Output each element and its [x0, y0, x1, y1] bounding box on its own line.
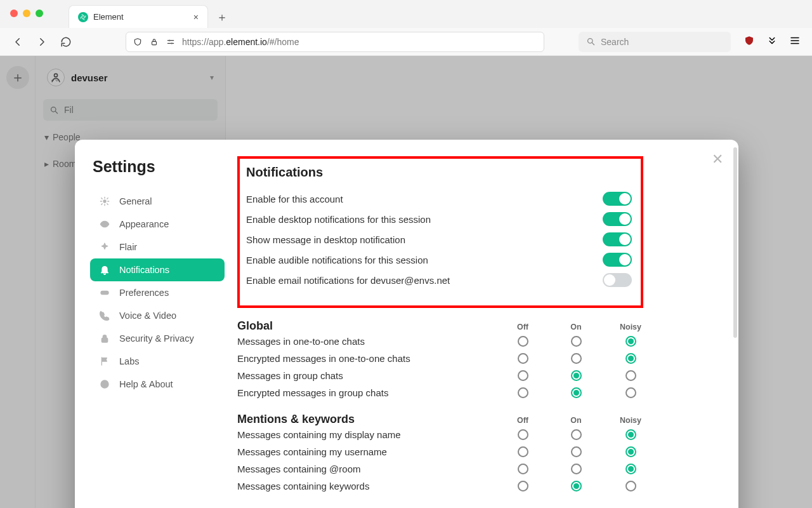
- rule-row: Messages containing my username: [237, 443, 643, 460]
- back-button[interactable]: [9, 33, 27, 51]
- radio-on[interactable]: [571, 481, 582, 491]
- nav-label: Notifications: [119, 265, 169, 275]
- settings-nav-voice-video[interactable]: Voice & Video: [90, 304, 225, 327]
- toggle-switch[interactable]: [603, 273, 632, 287]
- nav-label: Voice & Video: [119, 311, 176, 321]
- settings-nav-labs[interactable]: Labs: [90, 350, 225, 373]
- rule-row: Messages containing @room: [237, 460, 643, 478]
- notifications-top-section: Notifications Enable for this accountEna…: [237, 156, 643, 308]
- nav-label: Labs: [119, 356, 139, 366]
- menu-icon[interactable]: [789, 35, 801, 49]
- radio-on[interactable]: [571, 387, 582, 398]
- radio-on[interactable]: [571, 353, 582, 364]
- radio-on[interactable]: [571, 464, 582, 474]
- svg-point-10: [103, 223, 106, 225]
- radio-off[interactable]: [518, 464, 528, 474]
- radio-on[interactable]: [571, 336, 582, 347]
- settings-dialog: Settings GeneralAppearanceFlairNotificat…: [75, 140, 738, 508]
- settings-nav-notifications[interactable]: Notifications: [90, 258, 225, 281]
- radio-off[interactable]: [518, 336, 528, 347]
- close-dialog-button[interactable]: ✕: [712, 151, 723, 168]
- toggle-row: Enable email notifications for devuser@e…: [246, 270, 632, 290]
- browser-search-box[interactable]: Search: [579, 32, 731, 52]
- nav-label: Security & Privacy: [119, 333, 194, 344]
- rule-label: Encrypted messages in one-to-one chats: [237, 353, 511, 364]
- url-host: element.io: [226, 37, 267, 47]
- browser-toolbar: https://app.element.io/#/home Search: [0, 28, 812, 56]
- rule-row: Encrypted messages in one-to-one chats: [237, 350, 643, 367]
- radio-noisy[interactable]: [625, 336, 636, 347]
- column-header: Noisy: [618, 323, 643, 331]
- flag-icon: [99, 356, 110, 367]
- permissions-icon[interactable]: [166, 37, 176, 47]
- rule-row: Messages in one-to-one chats: [237, 333, 643, 350]
- svg-point-2: [171, 43, 173, 44]
- search-icon: [586, 37, 596, 46]
- radio-noisy[interactable]: [625, 464, 636, 474]
- lock-icon: [99, 333, 110, 344]
- toggle-switch[interactable]: [603, 253, 632, 267]
- radio-off[interactable]: [518, 446, 528, 457]
- rule-label: Messages containing my username: [237, 446, 511, 457]
- new-tab-button[interactable]: ＋: [213, 8, 231, 26]
- settings-content: ✕ Notifications Enable for this accountE…: [227, 140, 738, 508]
- browser-tab-active[interactable]: Element ×: [69, 5, 208, 28]
- notifications-heading: Notifications: [246, 165, 632, 180]
- window-controls[interactable]: [10, 10, 43, 17]
- radio-off[interactable]: [518, 370, 528, 381]
- lock-icon: [149, 37, 159, 47]
- radio-off[interactable]: [518, 353, 528, 364]
- settings-nav-flair[interactable]: Flair: [90, 236, 225, 258]
- close-tab-icon[interactable]: ×: [193, 12, 199, 22]
- radio-on[interactable]: [571, 429, 582, 440]
- toggle-row: Show message in desktop notification: [246, 229, 632, 250]
- toggle-label: Enable for this account: [246, 194, 343, 204]
- reload-button[interactable]: [57, 33, 75, 51]
- column-headers: OffOnNoisy: [511, 416, 643, 425]
- settings-nav-security-privacy[interactable]: Security & Privacy: [90, 327, 225, 350]
- settings-nav-help-about[interactable]: Help & About: [90, 373, 225, 396]
- settings-nav-general[interactable]: General: [90, 190, 225, 213]
- radio-noisy[interactable]: [625, 387, 636, 398]
- column-header: Noisy: [618, 416, 643, 425]
- group-title: Mentions & keywords: [237, 413, 355, 426]
- radio-noisy[interactable]: [625, 370, 636, 381]
- toggle-label: Enable desktop notifications for this se…: [246, 214, 431, 225]
- toggle-label: Enable audible notifications for this se…: [246, 255, 428, 265]
- nav-label: Help & About: [119, 379, 173, 389]
- help-icon: [99, 378, 110, 390]
- settings-title: Settings: [90, 157, 225, 176]
- rule-row: Encrypted messages in group chats: [237, 384, 643, 401]
- shield-icon: [133, 37, 143, 47]
- radio-off[interactable]: [518, 387, 528, 398]
- radio-noisy[interactable]: [625, 429, 636, 440]
- ublock-icon[interactable]: [743, 35, 755, 49]
- radio-noisy[interactable]: [625, 446, 636, 457]
- minimize-window-dot[interactable]: [23, 10, 30, 17]
- radio-noisy[interactable]: [625, 353, 636, 364]
- settings-nav-appearance[interactable]: Appearance: [90, 213, 225, 236]
- toggle-switch[interactable]: [603, 212, 632, 226]
- radio-on[interactable]: [571, 446, 582, 457]
- forward-button[interactable]: [33, 33, 51, 51]
- eye-icon: [99, 218, 110, 230]
- maximize-window-dot[interactable]: [36, 10, 43, 17]
- address-bar[interactable]: https://app.element.io/#/home: [126, 32, 544, 52]
- rule-row: Messages containing keywords: [237, 478, 643, 495]
- nav-label: Preferences: [119, 288, 169, 298]
- svg-point-9: [103, 200, 106, 203]
- radio-off[interactable]: [518, 429, 528, 440]
- toggle-label: Show message in desktop notification: [246, 234, 405, 245]
- settings-nav-preferences[interactable]: Preferences: [90, 281, 225, 304]
- overflow-icon[interactable]: [766, 35, 778, 49]
- toggle-switch[interactable]: [603, 192, 632, 206]
- svg-point-6: [588, 39, 593, 44]
- radio-noisy[interactable]: [625, 481, 636, 491]
- scrollbar[interactable]: [733, 147, 737, 338]
- settings-nav: Settings GeneralAppearanceFlairNotificat…: [75, 140, 227, 508]
- close-window-dot[interactable]: [10, 10, 18, 17]
- radio-on[interactable]: [571, 370, 582, 381]
- svg-rect-0: [152, 41, 157, 44]
- radio-off[interactable]: [518, 481, 528, 491]
- toggle-switch[interactable]: [603, 232, 632, 246]
